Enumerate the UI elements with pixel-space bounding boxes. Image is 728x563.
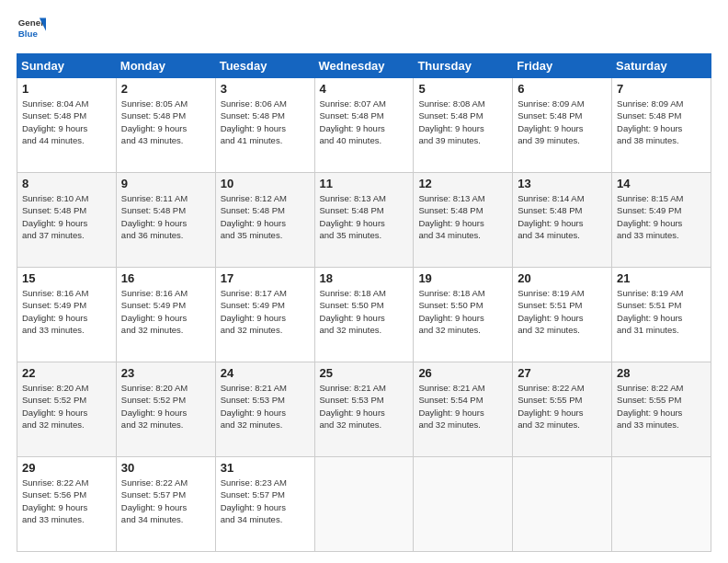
calendar-cell: 9Sunrise: 8:11 AMSunset: 5:48 PMDaylight… (116, 173, 215, 268)
calendar-cell: 17Sunrise: 8:17 AMSunset: 5:49 PMDayligh… (215, 268, 314, 362)
day-number: 14 (617, 177, 706, 190)
cell-info: Sunrise: 8:13 AMSunset: 5:48 PMDaylight:… (418, 192, 507, 241)
calendar-cell: 27Sunrise: 8:22 AMSunset: 5:55 PMDayligh… (513, 362, 612, 457)
calendar-cell: 10Sunrise: 8:12 AMSunset: 5:48 PMDayligh… (215, 173, 314, 268)
cell-info: Sunrise: 8:08 AMSunset: 5:48 PMDaylight:… (418, 98, 507, 146)
calendar-cell: 30Sunrise: 8:22 AMSunset: 5:57 PMDayligh… (116, 457, 215, 552)
day-number: 18 (320, 271, 409, 285)
calendar-cell: 18Sunrise: 8:18 AMSunset: 5:50 PMDayligh… (314, 268, 414, 362)
cell-info: Sunrise: 8:05 AMSunset: 5:48 PMDaylight:… (121, 98, 210, 146)
day-number: 15 (22, 271, 111, 285)
calendar-cell: 2Sunrise: 8:05 AMSunset: 5:48 PMDaylight… (116, 78, 215, 173)
cell-info: Sunrise: 8:11 AMSunset: 5:48 PMDaylight:… (121, 192, 210, 241)
day-number: 8 (22, 177, 111, 190)
calendar-cell: 20Sunrise: 8:19 AMSunset: 5:51 PMDayligh… (513, 268, 612, 362)
day-number: 2 (121, 82, 210, 96)
cell-info: Sunrise: 8:04 AMSunset: 5:48 PMDaylight:… (22, 98, 111, 146)
calendar-cell: 6Sunrise: 8:09 AMSunset: 5:48 PMDaylight… (513, 78, 612, 173)
day-number: 29 (22, 461, 111, 475)
calendar-cell (612, 457, 711, 552)
day-of-week-header: Tuesday (215, 54, 314, 78)
day-number: 16 (121, 271, 210, 285)
calendar-cell: 21Sunrise: 8:19 AMSunset: 5:51 PMDayligh… (612, 268, 711, 362)
calendar-cell: 19Sunrise: 8:18 AMSunset: 5:50 PMDayligh… (414, 268, 513, 362)
cell-info: Sunrise: 8:06 AMSunset: 5:48 PMDaylight:… (221, 98, 310, 146)
day-number: 10 (221, 177, 310, 190)
cell-info: Sunrise: 8:09 AMSunset: 5:48 PMDaylight:… (518, 98, 607, 146)
calendar-cell: 8Sunrise: 8:10 AMSunset: 5:48 PMDaylight… (17, 173, 117, 268)
cell-info: Sunrise: 8:23 AMSunset: 5:57 PMDaylight:… (221, 477, 310, 525)
cell-info: Sunrise: 8:16 AMSunset: 5:49 PMDaylight:… (121, 287, 210, 336)
calendar-cell: 3Sunrise: 8:06 AMSunset: 5:48 PMDaylight… (215, 78, 314, 173)
day-of-week-header: Wednesday (314, 54, 414, 78)
cell-info: Sunrise: 8:19 AMSunset: 5:51 PMDaylight:… (617, 287, 706, 336)
day-number: 1 (22, 82, 111, 96)
calendar-cell: 13Sunrise: 8:14 AMSunset: 5:48 PMDayligh… (513, 173, 612, 268)
day-of-week-header: Friday (513, 54, 612, 78)
day-number: 12 (418, 177, 507, 190)
day-of-week-header: Thursday (414, 54, 513, 78)
day-number: 26 (418, 366, 507, 380)
cell-info: Sunrise: 8:16 AMSunset: 5:49 PMDaylight:… (22, 287, 111, 336)
header: General Blue (17, 15, 711, 44)
day-number: 24 (221, 366, 310, 380)
cell-info: Sunrise: 8:09 AMSunset: 5:48 PMDaylight:… (617, 98, 706, 146)
day-number: 5 (418, 82, 507, 96)
logo-icon: General Blue (17, 15, 46, 44)
calendar-cell: 12Sunrise: 8:13 AMSunset: 5:48 PMDayligh… (414, 173, 513, 268)
cell-info: Sunrise: 8:17 AMSunset: 5:49 PMDaylight:… (221, 287, 310, 336)
day-number: 17 (221, 271, 310, 285)
calendar-cell (414, 457, 513, 552)
cell-info: Sunrise: 8:18 AMSunset: 5:50 PMDaylight:… (320, 287, 409, 336)
cell-info: Sunrise: 8:21 AMSunset: 5:54 PMDaylight:… (418, 382, 507, 431)
calendar-cell: 7Sunrise: 8:09 AMSunset: 5:48 PMDaylight… (612, 78, 711, 173)
day-number: 22 (22, 366, 111, 380)
calendar-cell: 28Sunrise: 8:22 AMSunset: 5:55 PMDayligh… (612, 362, 711, 457)
day-number: 19 (418, 271, 507, 285)
calendar-cell: 15Sunrise: 8:16 AMSunset: 5:49 PMDayligh… (17, 268, 117, 362)
calendar-cell: 25Sunrise: 8:21 AMSunset: 5:53 PMDayligh… (314, 362, 414, 457)
cell-info: Sunrise: 8:15 AMSunset: 5:49 PMDaylight:… (617, 192, 706, 241)
calendar-cell: 29Sunrise: 8:22 AMSunset: 5:56 PMDayligh… (17, 457, 117, 552)
calendar-cell: 5Sunrise: 8:08 AMSunset: 5:48 PMDaylight… (414, 78, 513, 173)
cell-info: Sunrise: 8:14 AMSunset: 5:48 PMDaylight:… (518, 192, 607, 241)
calendar-cell: 22Sunrise: 8:20 AMSunset: 5:52 PMDayligh… (17, 362, 117, 457)
cell-info: Sunrise: 8:22 AMSunset: 5:55 PMDaylight:… (617, 382, 706, 431)
cell-info: Sunrise: 8:22 AMSunset: 5:55 PMDaylight:… (518, 382, 607, 431)
cell-info: Sunrise: 8:20 AMSunset: 5:52 PMDaylight:… (22, 382, 111, 431)
cell-info: Sunrise: 8:19 AMSunset: 5:51 PMDaylight:… (518, 287, 607, 336)
calendar-cell: 26Sunrise: 8:21 AMSunset: 5:54 PMDayligh… (414, 362, 513, 457)
svg-text:Blue: Blue (18, 29, 39, 39)
cell-info: Sunrise: 8:07 AMSunset: 5:48 PMDaylight:… (320, 98, 409, 146)
day-number: 20 (518, 271, 607, 285)
day-number: 28 (617, 366, 706, 380)
cell-info: Sunrise: 8:22 AMSunset: 5:57 PMDaylight:… (121, 477, 210, 525)
cell-info: Sunrise: 8:13 AMSunset: 5:48 PMDaylight:… (320, 192, 409, 241)
calendar-cell: 31Sunrise: 8:23 AMSunset: 5:57 PMDayligh… (215, 457, 314, 552)
calendar-cell: 4Sunrise: 8:07 AMSunset: 5:48 PMDaylight… (314, 78, 414, 173)
cell-info: Sunrise: 8:18 AMSunset: 5:50 PMDaylight:… (418, 287, 507, 336)
calendar-cell: 24Sunrise: 8:21 AMSunset: 5:53 PMDayligh… (215, 362, 314, 457)
cell-info: Sunrise: 8:12 AMSunset: 5:48 PMDaylight:… (221, 192, 310, 241)
day-number: 3 (221, 82, 310, 96)
cell-info: Sunrise: 8:22 AMSunset: 5:56 PMDaylight:… (22, 477, 111, 525)
day-of-week-header: Saturday (612, 54, 711, 78)
calendar-cell (513, 457, 612, 552)
day-number: 6 (518, 82, 607, 96)
calendar-cell: 23Sunrise: 8:20 AMSunset: 5:52 PMDayligh… (116, 362, 215, 457)
day-of-week-header: Sunday (17, 54, 117, 78)
calendar-cell: 11Sunrise: 8:13 AMSunset: 5:48 PMDayligh… (314, 173, 414, 268)
day-of-week-header: Monday (116, 54, 215, 78)
calendar-cell: 14Sunrise: 8:15 AMSunset: 5:49 PMDayligh… (612, 173, 711, 268)
cell-info: Sunrise: 8:10 AMSunset: 5:48 PMDaylight:… (22, 192, 111, 241)
calendar-cell (314, 457, 414, 552)
day-number: 11 (320, 177, 409, 190)
logo: General Blue (17, 15, 46, 44)
calendar-cell: 16Sunrise: 8:16 AMSunset: 5:49 PMDayligh… (116, 268, 215, 362)
cell-info: Sunrise: 8:21 AMSunset: 5:53 PMDaylight:… (320, 382, 409, 431)
day-number: 4 (320, 82, 409, 96)
cell-info: Sunrise: 8:21 AMSunset: 5:53 PMDaylight:… (221, 382, 310, 431)
day-number: 7 (617, 82, 706, 96)
day-number: 21 (617, 271, 706, 285)
day-number: 13 (518, 177, 607, 190)
